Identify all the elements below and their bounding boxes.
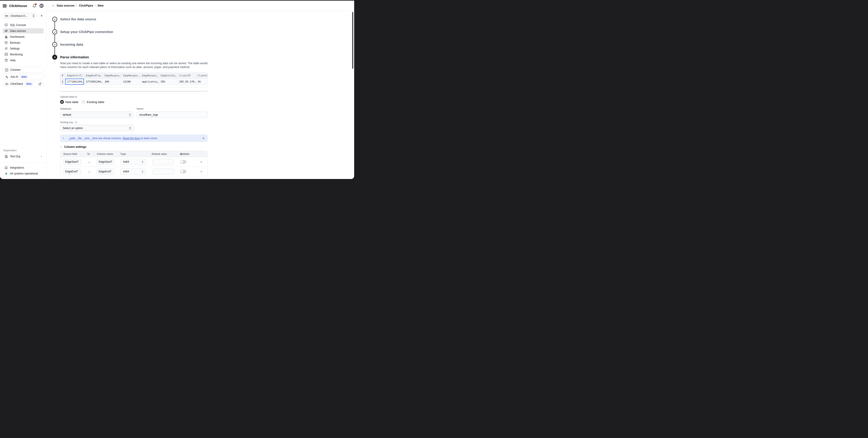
sidebar-footer: Integrations All systems operational xyxy=(0,165,46,176)
nullable-toggle[interactable] xyxy=(180,170,186,173)
add-service-button[interactable]: + xyxy=(39,14,44,18)
notification-dot xyxy=(35,3,37,5)
sidebar-item-monitoring[interactable]: Monitoring xyxy=(3,52,44,57)
clickhouse-logo-icon xyxy=(3,4,7,8)
info-icon[interactable] xyxy=(74,121,77,124)
data-cell[interactable]: applicatio… xyxy=(140,78,159,85)
data-cell[interactable]: 200 xyxy=(103,78,121,85)
default-value-input[interactable] xyxy=(152,159,174,165)
connect-icon xyxy=(5,68,8,72)
vertical-scrollbar-thumb[interactable] xyxy=(352,12,353,69)
ask-ai-label: Ask AI xyxy=(10,75,18,78)
radio-existing-table[interactable]: Existing table xyxy=(82,100,104,104)
database-selected-value: default xyxy=(63,113,71,116)
selected-cell[interactable]: 1771891204… xyxy=(65,78,84,85)
read-the-docs-link[interactable]: Read the docs xyxy=(123,137,140,140)
step-description: Now you need to create a new table or se… xyxy=(60,62,208,69)
radio-label: Existing table xyxy=(87,100,104,104)
data-cell[interactable]: 205.93.170… xyxy=(177,78,196,85)
sidebar-item-backups[interactable]: Backups xyxy=(3,40,44,45)
sql-console-icon xyxy=(4,23,8,27)
column-header: EdgeStartT… xyxy=(65,73,84,78)
virtual-columns-banner: i _path, _file, _size, _time are virtual… xyxy=(60,134,208,142)
notifications-bell-icon[interactable] xyxy=(32,4,36,8)
service-selector[interactable]: aws ClickStack D... xyxy=(3,13,37,19)
database-name-fields: Database default Name xyxy=(60,107,211,118)
clickstack-button[interactable]: ClickStack Beta xyxy=(3,81,44,87)
type-select[interactable]: Int64 xyxy=(121,159,146,165)
sidebar-item-sql-console[interactable]: SQL Console xyxy=(3,22,44,28)
radio-new-table[interactable]: New table xyxy=(60,100,79,104)
upload-data-to-label: Upload data to xyxy=(60,95,211,98)
nullable-toggle[interactable] xyxy=(180,160,186,164)
remove-column-icon[interactable]: ✕ xyxy=(199,157,204,167)
sidebar-item-label: Settings xyxy=(10,47,20,50)
sidebar-item-help[interactable]: Help xyxy=(3,58,44,63)
banner-close-icon[interactable]: ✕ xyxy=(202,137,205,140)
integrations-label: Integrations xyxy=(10,166,24,169)
step-check-icon xyxy=(52,42,57,47)
back-button[interactable] xyxy=(52,4,55,7)
column-name-input[interactable]: EdgeEndT xyxy=(97,169,114,174)
avatar[interactable]: DT xyxy=(39,4,44,8)
chevron-right-icon: › xyxy=(41,155,42,158)
data-cell[interactable]: CDG xyxy=(159,78,177,85)
database-select[interactable]: default xyxy=(60,112,133,118)
breadcrumb-data-sources[interactable]: Data sources xyxy=(57,4,74,7)
sorting-key-label-row: Sorting key xyxy=(60,121,211,124)
service-name: ClickStack D... xyxy=(10,14,27,17)
header-type: Type xyxy=(120,151,126,157)
sidebar-item-data-sources[interactable]: Data sources xyxy=(3,28,44,33)
aws-logo-icon: aws xyxy=(5,14,9,17)
banner-text: _path, _file, _size, _time are virtual c… xyxy=(68,137,158,140)
breadcrumb-clickpipes[interactable]: ClickPipes xyxy=(79,4,93,7)
column-name-input[interactable]: EdgeStartT xyxy=(97,159,114,165)
chevron-updown-icon xyxy=(142,161,144,163)
column-header: ClientCou… xyxy=(196,73,207,78)
sorting-key-placeholder: Select an option xyxy=(63,127,83,130)
sorting-key-group: Sorting key Select an option xyxy=(60,121,211,131)
chevron-updown-icon xyxy=(33,14,35,17)
connect-button[interactable]: Connect xyxy=(3,67,44,73)
app-window: ClickHouse DT aws ClickStack D... xyxy=(0,0,354,179)
backups-icon xyxy=(4,41,8,44)
data-cell[interactable]: 12198 xyxy=(121,78,140,85)
sidebar-item-dashboards[interactable]: Dashboards xyxy=(3,34,44,39)
sorting-key-select[interactable]: Select an option xyxy=(60,125,134,131)
column-mapping-row: EdgeStartT → EdgeStartT Int64 xyxy=(60,157,207,167)
organization-selector[interactable]: Test Org › xyxy=(3,154,44,159)
column-mapping-row: EdgeEndT → EdgeEndT Int64 xyxy=(60,167,207,176)
source-field-input[interactable]: EdgeStartT xyxy=(63,159,81,165)
column-header: EdgeRespon… xyxy=(103,73,121,78)
default-value-input[interactable] xyxy=(152,169,174,174)
column-header: EdgeRespon… xyxy=(140,73,159,78)
system-status-link[interactable]: All systems operational xyxy=(3,171,44,176)
source-field-input[interactable]: EdgeEndT xyxy=(63,169,81,174)
monitoring-icon xyxy=(4,53,8,56)
integrations-link[interactable]: Integrations xyxy=(3,165,44,170)
horizontal-scrollbar[interactable] xyxy=(60,91,208,92)
header-to: To xyxy=(87,151,90,157)
data-cell[interactable]: 1771891204… xyxy=(84,78,103,85)
sidebar-item-label: Monitoring xyxy=(10,53,23,56)
ask-ai-button[interactable]: Ask AI Beta xyxy=(3,74,44,80)
breadcrumb-separator: / xyxy=(95,4,96,7)
arrow-right-icon: → xyxy=(81,167,97,176)
info-icon[interactable] xyxy=(180,151,182,157)
type-select[interactable]: Int64 xyxy=(121,169,146,174)
column-header: ClientIP xyxy=(177,73,196,78)
remove-column-icon[interactable]: ✕ xyxy=(199,167,204,176)
page-title: Parse information xyxy=(60,55,211,60)
step-number-badge: 4 xyxy=(52,55,57,60)
toggle-knob xyxy=(181,161,183,163)
organization-name: Test Org xyxy=(10,155,20,158)
sidebar-item-settings[interactable]: Settings xyxy=(3,46,44,51)
data-cell[interactable]: US xyxy=(196,78,207,85)
step-check-icon xyxy=(52,17,57,22)
table-name-input[interactable] xyxy=(136,112,208,118)
column-settings-toggle[interactable]: Column settings xyxy=(60,145,211,148)
breadcrumb-new[interactable]: New xyxy=(98,4,103,7)
data-preview-table: # EdgeStartT… EdgeEndTim… EdgeRespon… Ed… xyxy=(60,72,208,88)
column-header: EdgeColoCo… xyxy=(159,73,177,78)
wizard-stepper: Select the data source Setup your ClickP… xyxy=(52,17,211,176)
